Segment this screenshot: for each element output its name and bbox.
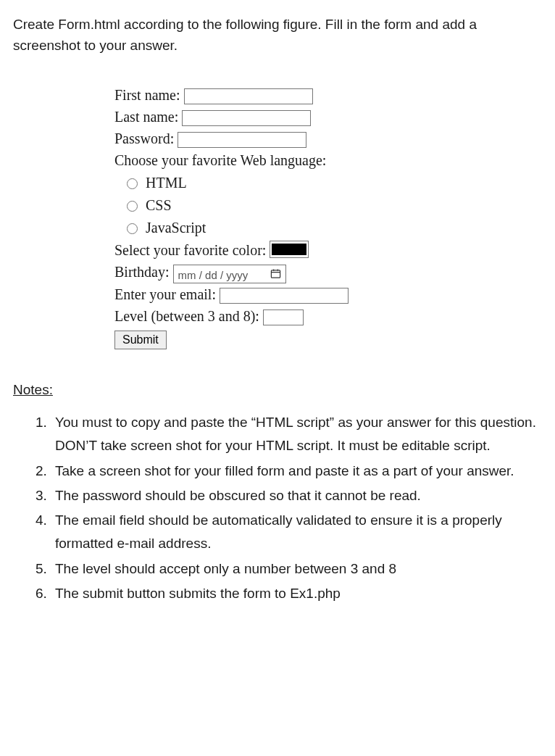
favorite-language-label: Choose your favorite Web language:	[114, 152, 326, 168]
last-name-label: Last name:	[114, 109, 178, 125]
notes-list: You must to copy and paste the “HTML scr…	[13, 411, 542, 605]
email-label: Enter your email:	[114, 286, 216, 302]
level-input[interactable]	[263, 310, 304, 325]
list-item: The submit button submits the form to Ex…	[51, 582, 542, 605]
instruction-text: Create Form.html according to the follow…	[13, 14, 542, 56]
svg-rect-0	[271, 270, 280, 278]
list-item: The password should be obscured so that …	[51, 484, 542, 507]
first-name-label: First name:	[114, 87, 180, 103]
radio-css-label: CSS	[146, 197, 172, 213]
language-radio-group: HTML CSS JavaScript	[123, 173, 542, 238]
list-item: You must to copy and paste the “HTML scr…	[51, 411, 542, 458]
color-label: Select your favorite color:	[114, 242, 266, 258]
email-input[interactable]	[220, 288, 349, 304]
list-item: The email field should be automatically …	[51, 509, 542, 556]
birthday-placeholder: mm / dd / yyyy	[178, 269, 249, 281]
password-input[interactable]	[178, 132, 306, 148]
notes-heading: Notes:	[13, 382, 542, 398]
calendar-icon	[270, 268, 281, 279]
radio-js-label: JavaScript	[146, 220, 206, 236]
last-name-input[interactable]	[182, 110, 311, 126]
submit-button[interactable]: Submit	[114, 331, 167, 349]
birthday-label: Birthday:	[114, 264, 170, 280]
color-swatch-icon	[272, 244, 306, 255]
radio-html[interactable]	[127, 178, 138, 189]
radio-css[interactable]	[127, 201, 138, 212]
form-container: First name: Last name: Password: Choose …	[114, 85, 542, 349]
radio-js[interactable]	[127, 223, 138, 234]
list-item: The level should accept only a number be…	[51, 557, 542, 581]
level-label: Level (between 3 and 8):	[114, 308, 259, 324]
password-label: Password:	[114, 130, 174, 146]
list-item: Take a screen shot for your filled form …	[51, 460, 542, 483]
radio-html-label: HTML	[146, 175, 187, 191]
birthday-input[interactable]: mm / dd / yyyy	[173, 265, 286, 283]
color-input[interactable]	[270, 241, 309, 258]
first-name-input[interactable]	[184, 88, 313, 104]
